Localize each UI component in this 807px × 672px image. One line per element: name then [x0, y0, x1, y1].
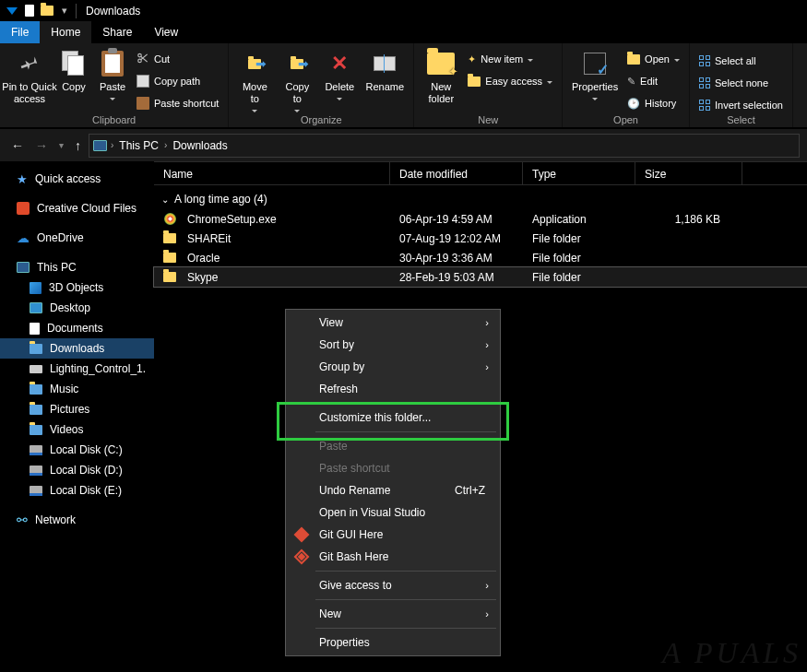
nav-local-disk-c[interactable]: Local Disk (C:) — [0, 440, 154, 460]
ctx-sort-by[interactable]: Sort by› — [288, 334, 498, 356]
select-none-button[interactable]: Select none — [695, 74, 787, 92]
column-size[interactable]: Size — [635, 162, 742, 184]
file-date: 28-Feb-19 5:03 AM — [390, 271, 523, 284]
nav-quick-access[interactable]: ★Quick access — [0, 169, 154, 189]
ctx-git-bash[interactable]: Git Bash Here — [288, 546, 498, 568]
chevron-right-icon[interactable]: › — [111, 140, 113, 150]
delete-button[interactable]: ✕ Delete — [319, 46, 360, 100]
nav-documents[interactable]: Documents — [0, 318, 154, 338]
ctx-view[interactable]: View› — [288, 312, 498, 334]
ctx-open-vs[interactable]: Open in Visual Studio — [288, 501, 498, 524]
invert-selection-button[interactable]: Invert selection — [695, 96, 787, 114]
ctx-git-gui[interactable]: Git GUI Here — [288, 524, 498, 546]
ribbon-group-clipboard: Pin to Quick access Copy Paste Cut Copy … — [0, 43, 229, 127]
app-menu-icon[interactable] — [5, 4, 19, 18]
disk-icon — [30, 486, 42, 496]
pin-to-quick-access-button[interactable]: Pin to Quick access — [6, 46, 53, 105]
chevron-down-icon: ⌄ — [161, 195, 169, 205]
paste-icon — [98, 49, 127, 78]
history-button[interactable]: 🕑 History — [623, 94, 683, 112]
column-date[interactable]: Date modified — [390, 162, 523, 184]
file-name: SHAREit — [178, 232, 390, 245]
nav-local-disk-d[interactable]: Local Disk (D:) — [0, 460, 154, 480]
ctx-group-by[interactable]: Group by› — [288, 356, 498, 378]
ctx-refresh[interactable]: Refresh — [288, 378, 498, 400]
folder-icon — [154, 233, 178, 243]
tab-home[interactable]: Home — [40, 21, 91, 43]
tab-share[interactable]: Share — [91, 21, 143, 43]
nav-onedrive[interactable]: ☁OneDrive — [0, 228, 154, 248]
chevron-down-icon — [294, 110, 300, 112]
nav-pictures[interactable]: Pictures — [0, 399, 154, 419]
nav-recent-button[interactable]: ▾ — [55, 136, 67, 154]
new-folder-button[interactable]: New folder — [420, 46, 462, 105]
group-header[interactable]: ⌄ A long time ago (4) — [154, 185, 807, 209]
nav-3d-objects[interactable]: 3D Objects — [0, 277, 154, 298]
tab-file[interactable]: File — [0, 21, 40, 43]
ctx-give-access[interactable]: Give access to› — [288, 574, 498, 596]
qat-folder-icon[interactable] — [40, 4, 54, 18]
column-type[interactable]: Type — [523, 162, 635, 184]
easy-access-button[interactable]: Easy access — [464, 72, 556, 90]
copy-to-button[interactable]: ➡ Copy to — [277, 46, 317, 112]
new-folder-icon — [426, 49, 456, 78]
properties-button[interactable]: Properties — [568, 46, 622, 100]
column-headers: Name Date modified Type Size — [154, 161, 807, 185]
nav-up-button[interactable]: ↑ — [71, 135, 85, 157]
ctx-undo-rename[interactable]: Undo RenameCtrl+Z — [288, 479, 498, 501]
nav-forward-button[interactable]: → — [31, 135, 52, 157]
paste-button[interactable]: Paste — [94, 46, 131, 100]
nav-this-pc[interactable]: This PC — [0, 257, 154, 277]
ctx-properties[interactable]: Properties — [288, 631, 498, 654]
move-to-button[interactable]: ➡ Move to — [234, 46, 275, 112]
copy-to-icon: ➡ — [282, 49, 312, 78]
rename-button[interactable]: Rename — [362, 46, 408, 93]
window-title: Downloads — [86, 5, 140, 18]
qat-overflow-icon[interactable]: ▾ — [57, 4, 72, 18]
breadcrumb[interactable]: › This PC › Downloads — [89, 134, 800, 158]
file-row[interactable]: Skype28-Feb-19 5:03 AMFile folder — [154, 267, 807, 287]
tab-view[interactable]: View — [143, 21, 189, 43]
ctx-new[interactable]: New› — [288, 603, 498, 625]
file-row[interactable]: Oracle30-Apr-19 3:36 AMFile folder — [154, 248, 807, 267]
creative-cloud-icon — [17, 202, 30, 215]
select-all-button[interactable]: Select all — [695, 52, 787, 70]
file-name: Skype — [178, 271, 390, 284]
qat-document-icon[interactable] — [22, 4, 37, 18]
edit-button[interactable]: ✎ Edit — [623, 72, 683, 90]
nav-creative-cloud[interactable]: Creative Cloud Files — [0, 198, 154, 218]
folder-icon — [154, 272, 178, 282]
nav-network[interactable]: ⚯Network — [0, 510, 154, 530]
monitor-icon — [17, 262, 30, 273]
breadcrumb-thispc[interactable]: This PC — [117, 139, 160, 152]
nav-downloads[interactable]: Downloads — [0, 338, 154, 359]
nav-music[interactable]: Music — [0, 379, 154, 399]
file-row[interactable]: SHAREit07-Aug-19 12:02 AMFile folder — [154, 229, 807, 248]
nav-desktop[interactable]: Desktop — [0, 298, 154, 318]
nav-back-button[interactable]: ← — [7, 135, 28, 157]
file-type: Application — [523, 213, 635, 226]
open-button[interactable]: Open — [623, 50, 683, 68]
breadcrumb-downloads[interactable]: Downloads — [171, 139, 229, 152]
column-name[interactable]: Name — [154, 162, 390, 184]
copy-path-button[interactable]: Copy path — [133, 72, 222, 90]
ribbon: Pin to Quick access Copy Paste Cut Copy … — [0, 43, 807, 128]
this-pc-icon — [93, 140, 107, 151]
ctx-customize-folder[interactable]: Customize this folder... — [288, 407, 498, 429]
ribbon-group-open: Properties Open ✎ Edit 🕑 History O — [563, 43, 690, 127]
new-item-icon: ✦ — [468, 53, 476, 65]
star-icon: ★ — [17, 172, 28, 186]
nav-local-disk-e[interactable]: Local Disk (E:) — [0, 480, 154, 501]
chevron-down-icon — [528, 59, 533, 62]
file-type: File folder — [523, 232, 635, 245]
paste-shortcut-button[interactable]: Paste shortcut — [133, 94, 222, 112]
cut-button[interactable]: Cut — [133, 50, 222, 68]
nav-videos[interactable]: Videos — [0, 419, 154, 440]
nav-lighting[interactable]: Lighting_Control_1. — [0, 359, 154, 379]
videos-icon — [30, 425, 42, 435]
file-row[interactable]: ChromeSetup.exe06-Apr-19 4:59 AMApplicat… — [154, 209, 807, 229]
chevron-right-icon[interactable]: › — [164, 140, 167, 150]
desktop-icon — [30, 302, 42, 313]
copy-button[interactable]: Copy — [55, 46, 92, 93]
new-item-button[interactable]: ✦ New item — [464, 50, 556, 68]
